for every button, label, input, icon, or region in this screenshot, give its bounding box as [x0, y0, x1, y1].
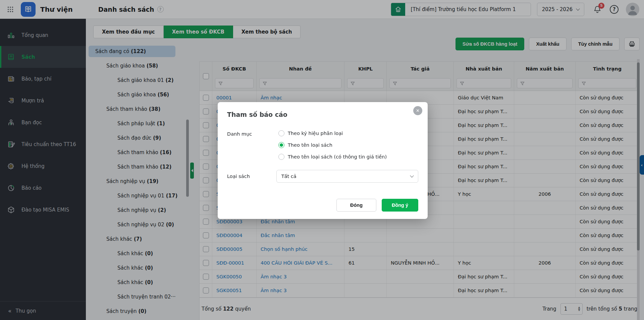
radio-label: Theo ký hiệu phân loại: [288, 131, 343, 136]
report-type-radio[interactable]: Theo ký hiệu phân loại: [278, 130, 387, 136]
modal-close-button[interactable]: Đóng: [336, 199, 376, 212]
report-params-modal: ✕ Tham số báo cáo Danh mục Theo ký hiệu …: [218, 102, 428, 219]
radio-icon: [278, 130, 284, 136]
book-type-value: Tất cả: [281, 174, 407, 179]
book-type-label: Loại sách: [227, 174, 276, 179]
book-type-select[interactable]: Tất cả: [276, 170, 418, 183]
radio-label: Theo tên loại sách: [288, 142, 332, 148]
report-type-options: Theo ký hiệu phân loạiTheo tên loại sách…: [278, 130, 387, 160]
report-type-radio[interactable]: Theo tên loại sách (có thông tin giá tiề…: [278, 154, 387, 160]
modal-title: Tham số báo cáo: [227, 111, 418, 118]
radio-icon: [278, 154, 284, 160]
chevron-down-icon: [410, 174, 414, 177]
modal-confirm-button[interactable]: Đồng ý: [382, 199, 418, 212]
close-icon[interactable]: ✕: [413, 106, 422, 115]
category-label: Danh mục: [227, 130, 278, 160]
radio-icon: [278, 142, 284, 148]
radio-label: Theo tên loại sách (có thông tin giá tiề…: [288, 154, 387, 159]
report-type-radio[interactable]: Theo tên loại sách: [278, 142, 387, 148]
